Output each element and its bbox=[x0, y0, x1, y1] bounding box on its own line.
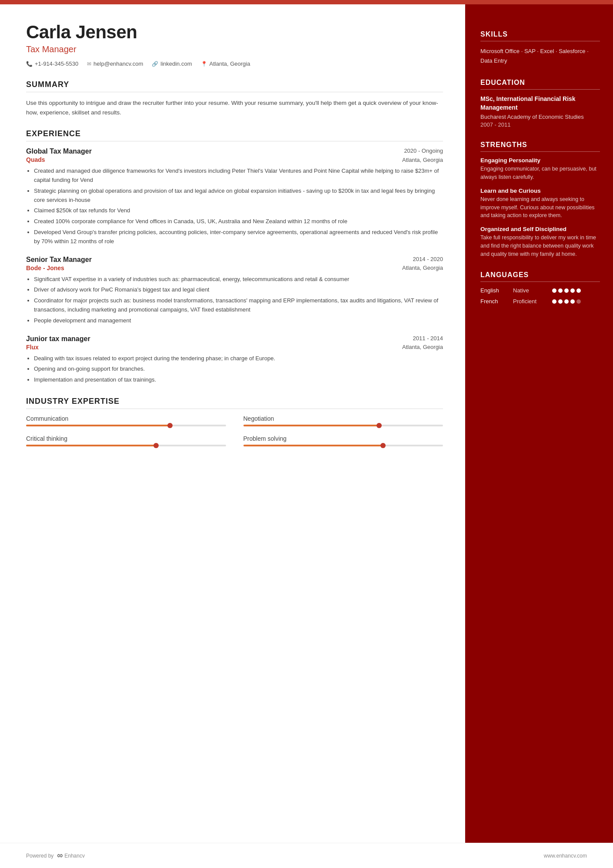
strength-name: Engaging Personality bbox=[480, 157, 600, 164]
language-level: Native bbox=[513, 287, 548, 294]
language-dots bbox=[552, 299, 581, 304]
expertise-bar-fill bbox=[243, 445, 383, 446]
language-row: EnglishNative bbox=[480, 287, 600, 294]
left-column: Carla Jensen Tax Manager 📞 +1-914-345-55… bbox=[0, 4, 465, 843]
education-section: EDUCATION MSc, International Financial R… bbox=[480, 79, 600, 128]
expertise-bar-fill bbox=[243, 425, 379, 426]
job-bullets: Created and managed due diligence framew… bbox=[26, 167, 443, 246]
expertise-bar-track bbox=[26, 445, 226, 446]
strength-name: Organized and Self Disciplined bbox=[480, 226, 600, 232]
company-name: Bode - Jones bbox=[26, 265, 64, 271]
job-company: QuadsAtlanta, Georgia bbox=[26, 156, 443, 163]
list-item: Created 100% corporate compliance for Ve… bbox=[34, 217, 443, 226]
strength-item: Organized and Self DisciplinedTake full … bbox=[480, 226, 600, 258]
filled-dot bbox=[558, 288, 563, 293]
phone-text: +1-914-345-5530 bbox=[35, 60, 78, 67]
job-dates: 2011 - 2014 bbox=[413, 335, 443, 342]
footer-logo: ∞ Enhancv bbox=[57, 851, 85, 860]
languages-title: LANGUAGES bbox=[480, 271, 600, 282]
expertise-label: Critical thinking bbox=[26, 435, 226, 442]
expertise-label: Problem solving bbox=[243, 435, 443, 442]
job-entry: Junior tax manager2011 - 2014FluxAtlanta… bbox=[26, 335, 443, 385]
footer: Powered by ∞ Enhancv www.enhancv.com bbox=[0, 843, 613, 868]
strength-desc: Take full responsibility to deliver my w… bbox=[480, 234, 600, 258]
expertise-bar-fill bbox=[26, 425, 170, 426]
edu-degree: MSc, International Financial Risk Manage… bbox=[480, 95, 600, 112]
email-icon: ✉ bbox=[87, 61, 91, 67]
job-company: Bode - JonesAtlanta, Georgia bbox=[26, 265, 443, 271]
filled-dot bbox=[558, 299, 563, 304]
company-name: Quads bbox=[26, 156, 45, 163]
job-location: Atlanta, Georgia bbox=[402, 157, 443, 163]
candidate-job-title: Tax Manager bbox=[26, 44, 443, 54]
language-level: Proficient bbox=[513, 298, 548, 305]
email-text: help@enhancv.com bbox=[93, 60, 143, 67]
job-header: Junior tax manager2011 - 2014 bbox=[26, 335, 443, 343]
right-column: SKILLS Microsoft Office · SAP · Excel · … bbox=[465, 4, 613, 843]
experience-title: EXPERIENCE bbox=[26, 129, 443, 141]
enhancv-logo-icon: ∞ bbox=[57, 851, 63, 860]
strengths-section: STRENGTHS Engaging PersonalityEngaging c… bbox=[480, 141, 600, 258]
list-item: Created and managed due diligence framew… bbox=[34, 167, 443, 185]
experience-section: EXPERIENCE Global Tax Manager2020 - Ongo… bbox=[26, 129, 443, 385]
job-title-text: Junior tax manager bbox=[26, 335, 90, 343]
summary-section: SUMMARY Use this opportunity to intrigue… bbox=[26, 80, 443, 117]
filled-dot bbox=[570, 299, 575, 304]
job-title-text: Senior Tax Manager bbox=[26, 256, 92, 264]
strengths-container: Engaging PersonalityEngaging communicato… bbox=[480, 157, 600, 258]
list-item: Implementation and presentation of tax t… bbox=[34, 375, 443, 385]
expertise-item: Critical thinking bbox=[26, 435, 226, 446]
job-location: Atlanta, Georgia bbox=[402, 265, 443, 271]
expertise-grid: CommunicationNegotiationCritical thinkin… bbox=[26, 415, 443, 446]
filled-dot bbox=[552, 288, 556, 293]
skills-section: SKILLS Microsoft Office · SAP · Excel · … bbox=[480, 30, 600, 66]
location-text: Atlanta, Georgia bbox=[210, 60, 250, 67]
expertise-title: INDUSTRY EXPERTISE bbox=[26, 397, 443, 409]
expertise-bar-track bbox=[243, 445, 443, 446]
job-company: FluxAtlanta, Georgia bbox=[26, 344, 443, 351]
job-header: Global Tax Manager2020 - Ongoing bbox=[26, 147, 443, 155]
language-dots bbox=[552, 288, 581, 293]
expertise-bar-track bbox=[243, 425, 443, 426]
expertise-bar-dot bbox=[376, 423, 382, 428]
list-item: Opening and on-going support for branche… bbox=[34, 365, 443, 374]
expertise-bar-dot bbox=[167, 423, 173, 428]
language-row: FrenchProficient bbox=[480, 298, 600, 305]
expertise-item: Problem solving bbox=[243, 435, 443, 446]
filled-dot bbox=[552, 299, 556, 304]
expertise-item: Negotiation bbox=[243, 415, 443, 426]
language-name: French bbox=[480, 298, 509, 305]
filled-dot bbox=[576, 288, 581, 293]
strength-desc: Engaging communicator, can be persuasive… bbox=[480, 165, 600, 181]
list-item: Developed Vend Group's transfer pricing … bbox=[34, 228, 443, 246]
job-entry: Senior Tax Manager2014 - 2020Bode - Jone… bbox=[26, 256, 443, 325]
languages-container: EnglishNativeFrenchProficient bbox=[480, 287, 600, 305]
strengths-title: STRENGTHS bbox=[480, 141, 600, 152]
brand-name: Enhancv bbox=[64, 853, 85, 859]
list-item: Strategic planning on global operations … bbox=[34, 187, 443, 205]
languages-section: LANGUAGES EnglishNativeFrenchProficient bbox=[480, 271, 600, 305]
resume-page: Carla Jensen Tax Manager 📞 +1-914-345-55… bbox=[0, 0, 613, 868]
location-icon: 📍 bbox=[201, 61, 207, 67]
jobs-container: Global Tax Manager2020 - OngoingQuadsAtl… bbox=[26, 147, 443, 385]
expertise-label: Negotiation bbox=[243, 415, 443, 422]
content-wrapper: Carla Jensen Tax Manager 📞 +1-914-345-55… bbox=[0, 4, 613, 843]
top-bar bbox=[0, 0, 613, 4]
contact-email: ✉ help@enhancv.com bbox=[87, 60, 143, 67]
job-entry: Global Tax Manager2020 - OngoingQuadsAtl… bbox=[26, 147, 443, 246]
job-dates: 2020 - Ongoing bbox=[404, 147, 443, 154]
list-item: People development and management bbox=[34, 316, 443, 325]
footer-left: Powered by ∞ Enhancv bbox=[26, 851, 85, 860]
job-header: Senior Tax Manager2014 - 2020 bbox=[26, 256, 443, 264]
expertise-bar-track bbox=[26, 425, 226, 426]
job-bullets: Significant VAT expertise in a variety o… bbox=[26, 275, 443, 325]
header-section: Carla Jensen Tax Manager 📞 +1-914-345-55… bbox=[26, 22, 443, 67]
edu-school: Bucharest Academy of Economic Studies bbox=[480, 114, 600, 120]
expertise-section: INDUSTRY EXPERTISE CommunicationNegotiat… bbox=[26, 397, 443, 446]
contact-linkedin: 🔗 linkedin.com bbox=[152, 60, 192, 67]
list-item: Driver of advisory work for PwC Romania'… bbox=[34, 285, 443, 295]
list-item: Significant VAT expertise in a variety o… bbox=[34, 275, 443, 284]
strength-item: Engaging PersonalityEngaging communicato… bbox=[480, 157, 600, 181]
strength-desc: Never done learning and always seeking t… bbox=[480, 195, 600, 220]
expertise-bar-fill bbox=[26, 445, 156, 446]
